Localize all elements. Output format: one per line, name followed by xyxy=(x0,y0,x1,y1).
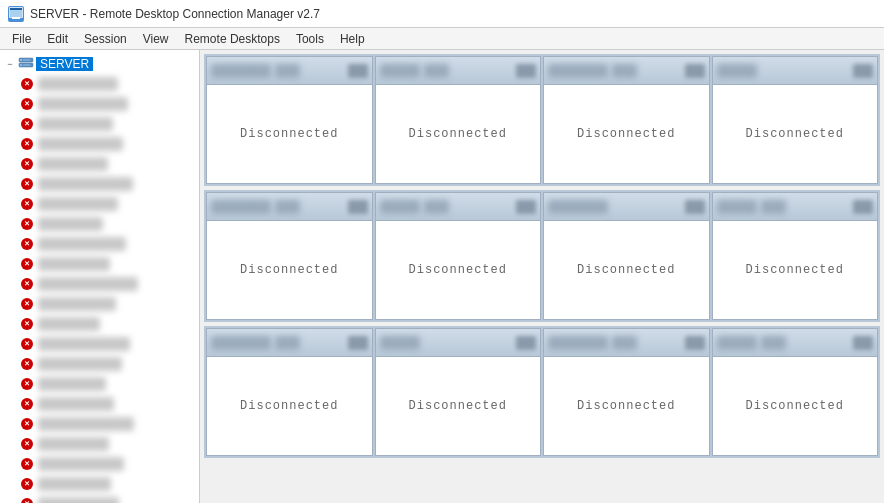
panel-header-r2c2 xyxy=(375,192,542,220)
host-label-8 xyxy=(38,217,103,231)
panel-header-r1c4 xyxy=(712,56,879,84)
error-icon-18 xyxy=(20,417,34,431)
menu-edit[interactable]: Edit xyxy=(39,28,76,49)
tree-child-13[interactable] xyxy=(16,314,199,334)
panel-body-r2c2[interactable]: Disconnected xyxy=(375,220,542,320)
error-icon-13 xyxy=(20,317,34,331)
panel-header-btn-r3c2[interactable] xyxy=(516,336,536,350)
panel-body-r1c2[interactable]: Disconnected xyxy=(375,84,542,184)
tree-root-item[interactable]: − SERVER xyxy=(0,54,199,74)
panel-header-r2c1 xyxy=(206,192,373,220)
svg-rect-9 xyxy=(23,65,30,66)
panel-body-r3c2[interactable]: Disconnected xyxy=(375,356,542,456)
panel-header-r3c1 xyxy=(206,328,373,356)
tree-child-6[interactable] xyxy=(16,174,199,194)
tree-child-5[interactable] xyxy=(16,154,199,174)
svg-rect-5 xyxy=(20,59,22,61)
error-icon-21 xyxy=(20,477,34,491)
panel-body-r1c4[interactable]: Disconnected xyxy=(712,84,879,184)
tree-child-20[interactable] xyxy=(16,454,199,474)
tree-child-10[interactable] xyxy=(16,254,199,274)
panel-header-r3c2 xyxy=(375,328,542,356)
panel-header-btn-r3c4[interactable] xyxy=(853,336,873,350)
tree-child-17[interactable] xyxy=(16,394,199,414)
menu-remote-desktops[interactable]: Remote Desktops xyxy=(177,28,288,49)
host-label-21 xyxy=(38,477,111,491)
panel-cell-r1c4[interactable]: Disconnected xyxy=(712,56,879,184)
disconnected-label-r2c2: Disconnected xyxy=(409,263,507,277)
panel-header-btn-r1c3[interactable] xyxy=(685,64,705,78)
tree-child-15[interactable] xyxy=(16,354,199,374)
panel-body-r3c1[interactable]: Disconnected xyxy=(206,356,373,456)
tree-child-3[interactable] xyxy=(16,114,199,134)
panel-cell-r2c2[interactable]: Disconnected xyxy=(375,192,542,320)
panel-header-btn-r3c1[interactable] xyxy=(348,336,368,350)
panel-cell-r1c1[interactable]: Disconnected xyxy=(206,56,373,184)
tree-child-2[interactable] xyxy=(16,94,199,114)
tree-child-22[interactable] xyxy=(16,494,199,503)
panel-header-btn-r1c4[interactable] xyxy=(853,64,873,78)
panel-header-btn-r1c1[interactable] xyxy=(348,64,368,78)
panel-cell-r1c2[interactable]: Disconnected xyxy=(375,56,542,184)
panel-cell-r3c2[interactable]: Disconnected xyxy=(375,328,542,456)
panel-cell-r3c1[interactable]: Disconnected xyxy=(206,328,373,456)
panel-body-r2c3[interactable]: Disconnected xyxy=(543,220,710,320)
tree-child-12[interactable] xyxy=(16,294,199,314)
tree-child-8[interactable] xyxy=(16,214,199,234)
tree-child-19[interactable] xyxy=(16,434,199,454)
tree-child-18[interactable] xyxy=(16,414,199,434)
panel-cell-r3c4[interactable]: Disconnected xyxy=(712,328,879,456)
panel-header-btn-r3c3[interactable] xyxy=(685,336,705,350)
host-label-22 xyxy=(38,497,119,503)
disconnected-label-r2c4: Disconnected xyxy=(746,263,844,277)
panel-body-r2c1[interactable]: Disconnected xyxy=(206,220,373,320)
panel-cell-r3c3[interactable]: Disconnected xyxy=(543,328,710,456)
panel-body-r1c3[interactable]: Disconnected xyxy=(543,84,710,184)
panel-header-label-r1c3 xyxy=(548,64,608,78)
panel-cell-r2c1[interactable]: Disconnected xyxy=(206,192,373,320)
panel-cell-r2c4[interactable]: Disconnected xyxy=(712,192,879,320)
host-label-12 xyxy=(38,297,116,311)
panel-header-r3c3 xyxy=(543,328,710,356)
error-icon-3 xyxy=(20,117,34,131)
tree-child-16[interactable] xyxy=(16,374,199,394)
tree-child-4[interactable] xyxy=(16,134,199,154)
error-icon-20 xyxy=(20,457,34,471)
panel-header-btn-r2c1[interactable] xyxy=(348,200,368,214)
tree-child-7[interactable] xyxy=(16,194,199,214)
tree-child-9[interactable] xyxy=(16,234,199,254)
tree-child-21[interactable] xyxy=(16,474,199,494)
tree-child-1[interactable] xyxy=(16,74,199,94)
tree-child-14[interactable] xyxy=(16,334,199,354)
menu-help[interactable]: Help xyxy=(332,28,373,49)
svg-rect-6 xyxy=(23,60,30,61)
panel-header-r3c4 xyxy=(712,328,879,356)
error-icon-17 xyxy=(20,397,34,411)
panel-header-btn-r1c2[interactable] xyxy=(516,64,536,78)
panel-body-r3c3[interactable]: Disconnected xyxy=(543,356,710,456)
panel-cell-r2c3[interactable]: Disconnected xyxy=(543,192,710,320)
menu-view[interactable]: View xyxy=(135,28,177,49)
panel-header-label-r2c4 xyxy=(717,200,757,214)
error-icon-1 xyxy=(20,77,34,91)
host-label-20 xyxy=(38,457,124,471)
menu-tools[interactable]: Tools xyxy=(288,28,332,49)
panel-header-btn-r2c4[interactable] xyxy=(853,200,873,214)
svg-rect-3 xyxy=(12,17,20,19)
panel-header-btn-r2c2[interactable] xyxy=(516,200,536,214)
error-icon-7 xyxy=(20,197,34,211)
tree-child-11[interactable] xyxy=(16,274,199,294)
host-label-17 xyxy=(38,397,114,411)
panel-body-r2c4[interactable]: Disconnected xyxy=(712,220,879,320)
menu-file[interactable]: File xyxy=(4,28,39,49)
menu-session[interactable]: Session xyxy=(76,28,135,49)
panel-body-r1c1[interactable]: Disconnected xyxy=(206,84,373,184)
panel-header-btn-r2c3[interactable] xyxy=(685,200,705,214)
host-label-5 xyxy=(38,157,108,171)
panel-cell-r1c3[interactable]: Disconnected xyxy=(543,56,710,184)
tree-root: − SERVER xyxy=(0,54,199,503)
panel-body-r3c4[interactable]: Disconnected xyxy=(712,356,879,456)
error-icon-16 xyxy=(20,377,34,391)
tree-expander[interactable]: − xyxy=(4,58,16,70)
host-label-1 xyxy=(38,77,118,91)
